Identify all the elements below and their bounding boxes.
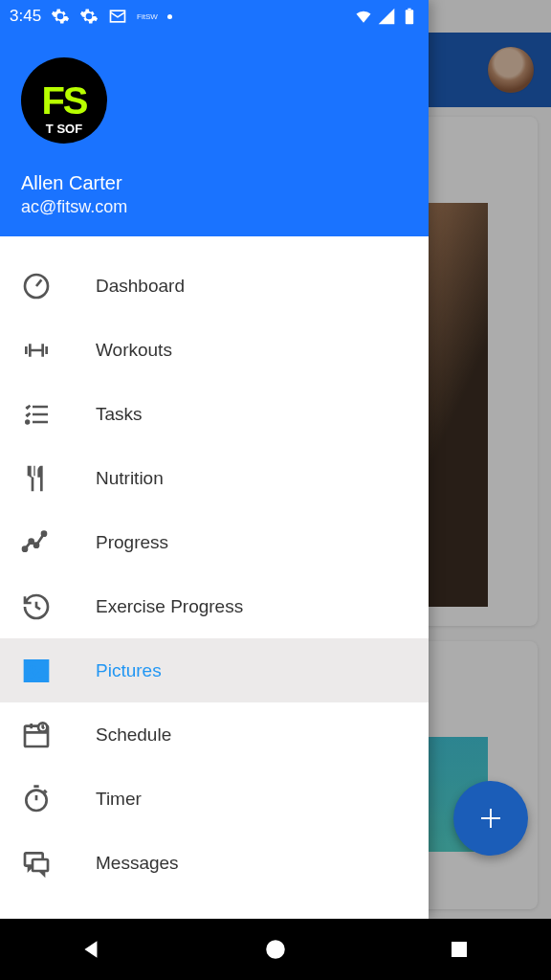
chat-icon: [21, 848, 52, 879]
gauge-icon: [21, 271, 52, 301]
calendar-icon: [21, 720, 52, 750]
svg-rect-15: [33, 859, 48, 871]
battery-icon: [400, 7, 419, 26]
svg-rect-17: [452, 942, 467, 957]
status-app-label: FitSW: [137, 12, 158, 21]
sidebar-item-label: Nutrition: [96, 468, 164, 489]
status-dot-icon: [167, 14, 172, 19]
nav-back-button[interactable]: [49, 930, 135, 969]
dumbbell-icon: [21, 335, 52, 366]
gear-icon: [51, 7, 70, 26]
svg-point-5: [23, 546, 27, 550]
sidebar-item-dashboard[interactable]: Dashboard: [0, 254, 429, 318]
stopwatch-icon: [21, 784, 52, 814]
profile-name: Allen Carter: [21, 172, 408, 194]
checklist-icon: [21, 399, 52, 430]
circle-icon: [263, 937, 288, 962]
screen: 3:45 FitSW FS T SOF Allen Carter ac@fits…: [0, 0, 551, 980]
profile-email: ac@fitsw.com: [21, 197, 408, 217]
square-icon: [448, 938, 471, 961]
sidebar-item-workouts[interactable]: Workouts: [0, 318, 429, 382]
sidebar-item-label: Schedule: [96, 724, 171, 746]
status-bar: 3:45 FitSW: [0, 0, 429, 33]
back-icon: [79, 937, 104, 962]
svg-point-13: [26, 790, 46, 810]
svg-rect-2: [408, 9, 410, 11]
sidebar-item-exercise-progress[interactable]: Exercise Progress: [0, 574, 429, 638]
sidebar-item-label: Tasks: [96, 404, 143, 425]
profile-avatar[interactable]: FS T SOF: [21, 57, 107, 144]
utensils-icon: [21, 463, 52, 494]
navigation-drawer: 3:45 FitSW FS T SOF Allen Carter ac@fits…: [0, 0, 429, 919]
sidebar-item-timer[interactable]: Timer: [0, 767, 429, 831]
svg-point-4: [26, 420, 29, 423]
sidebar-item-label: Workouts: [96, 340, 172, 361]
plus-icon: [476, 804, 505, 833]
cell-signal-icon: [377, 7, 396, 26]
system-navbar: [0, 919, 551, 980]
sidebar-item-label: Messages: [96, 853, 179, 874]
sidebar-item-label: Exercise Progress: [96, 596, 243, 617]
svg-point-7: [34, 543, 38, 546]
svg-point-8: [42, 531, 46, 535]
sidebar-item-tasks[interactable]: Tasks: [0, 382, 429, 446]
nav-home-button[interactable]: [232, 930, 319, 969]
drawer-menu: Dashboard Workouts Tasks Nutrition Progr…: [0, 236, 429, 919]
status-time: 3:45: [10, 7, 41, 26]
sidebar-item-messages[interactable]: Messages: [0, 831, 429, 895]
nav-recent-button[interactable]: [416, 930, 502, 969]
add-fab[interactable]: [453, 781, 528, 856]
drawer-header: FS T SOF Allen Carter ac@fitsw.com: [0, 0, 429, 236]
sidebar-item-nutrition[interactable]: Nutrition: [0, 446, 429, 510]
svg-point-6: [30, 539, 33, 543]
history-icon: [21, 591, 52, 622]
svg-point-10: [31, 666, 34, 670]
chart-icon: [21, 527, 52, 558]
sidebar-item-label: Dashboard: [96, 276, 185, 297]
gear-icon: [79, 7, 99, 26]
sidebar-item-pictures[interactable]: Pictures: [0, 638, 429, 702]
sidebar-item-label: Timer: [96, 789, 142, 810]
mail-icon: [108, 7, 127, 26]
wifi-icon: [354, 7, 373, 26]
sidebar-item-label: Pictures: [96, 660, 162, 681]
sidebar-item-label: Progress: [96, 532, 168, 553]
svg-point-16: [266, 940, 285, 959]
svg-rect-1: [406, 10, 413, 24]
sidebar-item-progress[interactable]: Progress: [0, 510, 429, 574]
picture-icon: [21, 656, 52, 686]
sidebar-item-schedule[interactable]: Schedule: [0, 702, 429, 767]
